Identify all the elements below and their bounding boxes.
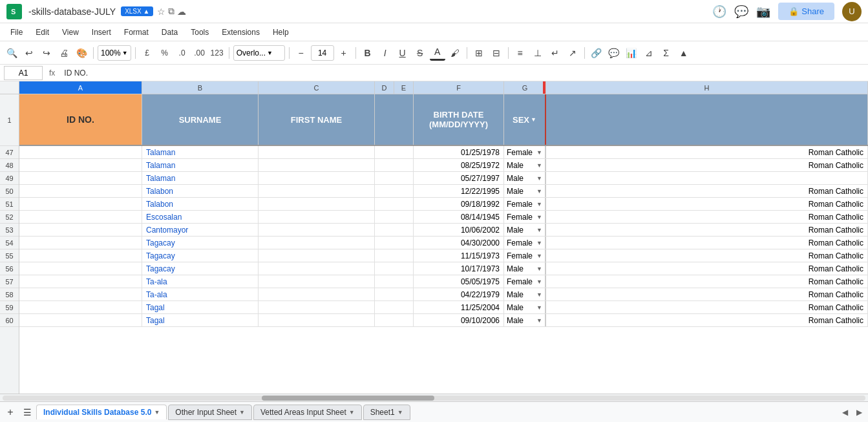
cell-firstname[interactable] — [259, 185, 375, 197]
cell-birthdate[interactable]: 11/25/2004 — [414, 301, 504, 313]
cell-surname[interactable]: Talabon — [142, 198, 259, 210]
search-icon[interactable]: 🔍 — [4, 45, 19, 61]
cell-birthdate[interactable]: 08/14/1945 — [414, 211, 504, 223]
menu-data[interactable]: Data — [156, 26, 183, 38]
cell-religion[interactable] — [546, 172, 868, 184]
rotate-button[interactable]: ↗ — [565, 45, 580, 61]
menu-edit[interactable]: Edit — [30, 26, 54, 38]
underline-button[interactable]: U — [395, 45, 410, 61]
text-color-button[interactable]: A — [430, 45, 445, 61]
col-header-C[interactable]: C — [259, 81, 375, 94]
borders-button[interactable]: ⊞ — [471, 45, 487, 61]
tab-scroll-left[interactable]: ◀ — [838, 406, 851, 419]
cell-sex[interactable]: Female▼ — [504, 249, 546, 262]
print-icon[interactable]: 🖨 — [56, 45, 72, 61]
cell-id[interactable] — [19, 224, 142, 236]
cell-sex[interactable]: Female▼ — [504, 275, 546, 288]
cell-firstname[interactable] — [259, 172, 375, 184]
cell-d[interactable] — [375, 224, 414, 236]
cloud-icon[interactable]: ☁ — [177, 6, 186, 17]
merge-cells-button[interactable]: ⊟ — [489, 45, 504, 61]
menu-help[interactable]: Help — [268, 26, 294, 38]
percent-icon[interactable]: % — [157, 45, 173, 61]
cell-birthdate[interactable]: 09/18/1992 — [414, 198, 504, 210]
cell-sex[interactable]: Male▼ — [504, 172, 546, 184]
col-header-D[interactable]: D — [375, 81, 394, 94]
decimal-dec-icon[interactable]: .0 — [175, 45, 190, 61]
cell-d[interactable] — [375, 249, 414, 262]
filter-button[interactable]: ⊿ — [641, 45, 657, 61]
cell-sex[interactable]: Male▼ — [504, 314, 546, 326]
cell-birthdate[interactable]: 10/06/2002 — [414, 224, 504, 236]
cell-surname[interactable]: Tagal — [142, 314, 259, 326]
menu-extensions[interactable]: Extensions — [217, 26, 265, 38]
font-size-dec[interactable]: − — [293, 45, 309, 61]
star-icon[interactable]: ☆ — [157, 6, 165, 17]
cell-sex[interactable]: Male▼ — [504, 262, 546, 275]
col-header-F[interactable]: F — [414, 81, 504, 94]
menu-view[interactable]: View — [57, 26, 84, 38]
font-size-inc[interactable]: + — [336, 45, 352, 61]
cell-surname[interactable]: Talabon — [142, 185, 259, 197]
cell-sex[interactable]: Female▼ — [504, 237, 546, 249]
col-header-H[interactable]: H — [546, 81, 868, 94]
cell-d[interactable] — [375, 237, 414, 249]
cell-firstname[interactable] — [259, 314, 375, 326]
cell-birthdate[interactable]: 01/25/1978 — [414, 146, 504, 158]
cell-id[interactable] — [19, 185, 142, 197]
col-header-G[interactable]: G — [504, 81, 546, 94]
cell-d[interactable] — [375, 198, 414, 210]
cell-birthdate[interactable]: 11/15/1973 — [414, 249, 504, 262]
cell-surname[interactable]: Ta-ala — [142, 288, 259, 301]
highlight-color-button[interactable]: 🖌 — [447, 45, 463, 61]
cell-firstname[interactable] — [259, 288, 375, 301]
cell-d[interactable] — [375, 288, 414, 301]
cell-surname[interactable]: Tagacay — [142, 249, 259, 262]
cell-d[interactable] — [375, 185, 414, 197]
cell-firstname[interactable] — [259, 275, 375, 288]
cell-id[interactable] — [19, 314, 142, 326]
cell-firstname[interactable] — [259, 146, 375, 158]
cell-birthdate[interactable]: 09/10/2006 — [414, 314, 504, 326]
cell-firstname[interactable] — [259, 262, 375, 275]
align-button[interactable]: ≡ — [513, 45, 528, 61]
cell-firstname[interactable] — [259, 301, 375, 313]
cell-religion[interactable]: Roman Catholic — [546, 211, 868, 223]
cell-surname[interactable]: Tagacay — [142, 237, 259, 249]
cell-religion[interactable]: Roman Catholic — [546, 288, 868, 301]
cell-religion[interactable]: Roman Catholic — [546, 275, 868, 288]
cell-religion[interactable]: Roman Catholic — [546, 262, 868, 275]
tab-scroll-right[interactable]: ▶ — [852, 406, 865, 419]
cell-firstname[interactable] — [259, 224, 375, 236]
format-123-icon[interactable]: 123 — [209, 45, 225, 61]
redo-icon[interactable]: ↪ — [39, 45, 54, 61]
cell-d[interactable] — [375, 211, 414, 223]
cell-id[interactable] — [19, 275, 142, 288]
cell-religion[interactable]: Roman Catholic — [546, 314, 868, 326]
cell-religion[interactable]: Roman Catholic — [546, 185, 868, 197]
cell-firstname[interactable] — [259, 159, 375, 171]
undo-icon[interactable]: ↩ — [21, 45, 37, 61]
tab-sheet1[interactable]: Sheet1 ▼ — [363, 405, 410, 420]
sheet-menu-button[interactable]: ☰ — [19, 405, 35, 420]
share-button[interactable]: 🔒 Share — [778, 3, 834, 20]
cell-surname[interactable]: Talaman — [142, 146, 259, 158]
more-button[interactable]: ▲ — [676, 45, 692, 61]
avatar[interactable]: U — [842, 2, 862, 21]
cell-sex[interactable]: Male▼ — [504, 185, 546, 197]
add-sheet-button[interactable]: + — [3, 405, 18, 420]
menu-format[interactable]: Format — [119, 26, 154, 38]
cell-religion[interactable]: Roman Catholic — [546, 159, 868, 171]
horizontal-scrollbar[interactable] — [0, 394, 868, 401]
cell-id[interactable] — [19, 237, 142, 249]
chart-button[interactable]: 📊 — [624, 45, 639, 61]
cell-firstname[interactable] — [259, 237, 375, 249]
cell-birthdate[interactable]: 04/22/1979 — [414, 288, 504, 301]
cell-religion[interactable]: Roman Catholic — [546, 237, 868, 249]
menu-file[interactable]: File — [5, 26, 28, 38]
cell-id[interactable] — [19, 172, 142, 184]
cell-d[interactable] — [375, 275, 414, 288]
cell-birthdate[interactable]: 12/22/1995 — [414, 185, 504, 197]
cell-sex[interactable]: Female▼ — [504, 198, 546, 210]
cell-religion[interactable]: Roman Catholic — [546, 224, 868, 236]
